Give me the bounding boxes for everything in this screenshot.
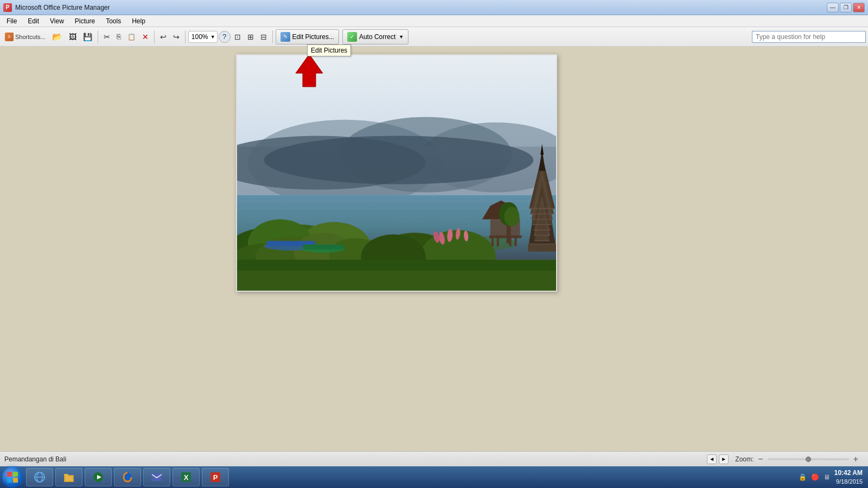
edit-pictures-tooltip: Edit Pictures bbox=[307, 44, 351, 56]
delete-button[interactable]: ✕ bbox=[139, 29, 151, 44]
tray-icon-1: 🔒 bbox=[799, 473, 807, 481]
separator1 bbox=[98, 30, 98, 43]
start-button[interactable] bbox=[2, 467, 23, 487]
status-bar: Pemandangan di Bali ◄ ► Zoom: − + bbox=[0, 451, 868, 466]
svg-rect-40 bbox=[515, 235, 517, 246]
close-button[interactable]: ✕ bbox=[853, 3, 865, 12]
menu-edit[interactable]: Edit bbox=[23, 16, 43, 26]
svg-text:X: X bbox=[184, 473, 189, 481]
svg-rect-70 bbox=[13, 478, 18, 483]
zoom-slider[interactable] bbox=[768, 458, 849, 460]
paste-icon: 📋 bbox=[127, 33, 136, 41]
zoom-select-icon: ⊟ bbox=[260, 33, 267, 41]
svg-rect-41 bbox=[528, 243, 556, 252]
title-text: Microsoft Office Picture Manager bbox=[15, 4, 110, 11]
title-bar-controls: — ❐ ✕ bbox=[827, 3, 865, 12]
main-toolbar: S Shortcuts... 📂 🖼 💾 ✂ ⎘ 📋 ✕ ↩ ↪ 100% ▼ … bbox=[0, 27, 868, 47]
redo-button[interactable]: ↪ bbox=[170, 29, 182, 44]
menu-bar: File Edit View Picture Tools Help bbox=[0, 15, 868, 27]
menu-tools[interactable]: Tools bbox=[101, 16, 125, 26]
copy-button[interactable]: ⎘ bbox=[114, 29, 124, 44]
paste-button[interactable]: 📋 bbox=[125, 29, 138, 44]
separator3 bbox=[185, 30, 186, 43]
svg-rect-67 bbox=[7, 472, 12, 477]
svg-rect-63 bbox=[303, 245, 343, 249]
get-pictures-icon: 🖼 bbox=[69, 33, 76, 41]
svg-rect-68 bbox=[13, 472, 18, 477]
menu-help[interactable]: Help bbox=[127, 16, 150, 26]
taskbar-right: 🔒 🔴 🖥 10:42 AM 9/18/2015 bbox=[793, 469, 868, 485]
taskbar-excel-icon[interactable]: X bbox=[173, 468, 200, 486]
undo-icon: ↩ bbox=[160, 33, 167, 41]
get-pictures-button[interactable]: 🖼 bbox=[66, 29, 79, 44]
menu-file[interactable]: File bbox=[2, 16, 21, 26]
svg-rect-69 bbox=[7, 478, 12, 483]
save-icon: 💾 bbox=[83, 33, 92, 41]
separator4 bbox=[272, 30, 273, 43]
taskbar: X P 🔒 🔴 🖥 10:42 AM 9/18/2015 bbox=[0, 466, 868, 488]
auto-correct-label: Auto Correct bbox=[359, 33, 395, 41]
taskbar-email-icon[interactable] bbox=[143, 468, 170, 486]
photo-container bbox=[236, 54, 557, 292]
tray-icon-2: 🔴 bbox=[811, 473, 819, 481]
actual-size-icon: ⊞ bbox=[247, 33, 254, 41]
help-search-input[interactable] bbox=[752, 31, 866, 43]
svg-point-66 bbox=[505, 207, 520, 227]
save-button[interactable]: 💾 bbox=[80, 29, 95, 44]
delete-icon: ✕ bbox=[142, 33, 149, 41]
cut-icon: ✂ bbox=[104, 33, 110, 41]
fit-icon: ⊡ bbox=[234, 33, 241, 41]
undo-button[interactable]: ↩ bbox=[157, 29, 169, 44]
zoom-help-button[interactable]: ? bbox=[219, 31, 231, 43]
zoom-dropdown-icon[interactable]: ▼ bbox=[210, 34, 215, 40]
taskbar-ppt-icon[interactable]: P bbox=[202, 468, 229, 486]
nav-arrows: ◄ ► bbox=[707, 454, 729, 464]
bali-photo bbox=[237, 55, 556, 291]
clock-date: 9/18/2015 bbox=[834, 478, 863, 485]
svg-rect-37 bbox=[492, 235, 494, 246]
zoom-select-button[interactable]: ⊟ bbox=[258, 29, 270, 44]
nav-prev-button[interactable]: ◄ bbox=[707, 454, 717, 464]
shortcuts-button[interactable]: S Shortcuts... bbox=[2, 29, 48, 44]
nav-next-button[interactable]: ► bbox=[719, 454, 729, 464]
edit-pictures-button[interactable]: ✎ Edit Pictures... bbox=[276, 29, 339, 44]
restore-button[interactable]: ❐ bbox=[840, 3, 852, 12]
zoom-control[interactable]: 100% ▼ bbox=[188, 31, 218, 43]
zoom-bar-label: Zoom: bbox=[735, 455, 754, 463]
edit-pictures-label: Edit Pictures... bbox=[292, 33, 334, 41]
zoom-input[interactable]: 100% bbox=[190, 33, 209, 41]
menu-picture[interactable]: Picture bbox=[71, 16, 99, 26]
taskbar-media-icon[interactable] bbox=[85, 468, 112, 486]
svg-rect-76 bbox=[65, 476, 73, 481]
fit-button[interactable]: ⊡ bbox=[232, 29, 244, 44]
separator2 bbox=[154, 30, 155, 43]
copy-icon: ⎘ bbox=[117, 33, 121, 41]
redo-icon: ↪ bbox=[173, 33, 180, 41]
svg-rect-9 bbox=[237, 201, 556, 202]
open-button[interactable]: 📂 bbox=[49, 29, 65, 44]
svg-text:P: P bbox=[213, 473, 218, 481]
app-icon: P bbox=[3, 3, 12, 12]
auto-correct-icon: ✓ bbox=[347, 32, 357, 42]
auto-correct-button[interactable]: ✓ Auto Correct ▼ bbox=[342, 29, 409, 44]
clock-time: 10:42 AM bbox=[834, 469, 863, 478]
menu-view[interactable]: View bbox=[46, 16, 68, 26]
taskbar-ie-icon[interactable] bbox=[26, 468, 53, 486]
svg-rect-80 bbox=[152, 473, 162, 481]
title-bar: P Microsoft Office Picture Manager — ❐ ✕ bbox=[0, 0, 868, 15]
svg-rect-75 bbox=[64, 474, 68, 476]
shortcuts-label: Shortcuts... bbox=[15, 34, 46, 40]
cut-button[interactable]: ✂ bbox=[101, 29, 113, 44]
taskbar-explorer-icon[interactable] bbox=[55, 468, 82, 486]
zoom-bar: Zoom: − + bbox=[735, 454, 864, 464]
edit-pictures-icon: ✎ bbox=[280, 32, 290, 42]
zoom-in-button[interactable]: + bbox=[852, 454, 859, 464]
auto-correct-dropdown[interactable]: ▼ bbox=[399, 34, 404, 40]
svg-rect-28 bbox=[237, 271, 556, 291]
zoom-slider-thumb[interactable] bbox=[806, 457, 811, 462]
clock: 10:42 AM 9/18/2015 bbox=[834, 469, 863, 485]
zoom-out-button[interactable]: − bbox=[757, 454, 764, 464]
actual-size-button[interactable]: ⊞ bbox=[245, 29, 257, 44]
taskbar-firefox-icon[interactable] bbox=[114, 468, 141, 486]
minimize-button[interactable]: — bbox=[827, 3, 839, 12]
